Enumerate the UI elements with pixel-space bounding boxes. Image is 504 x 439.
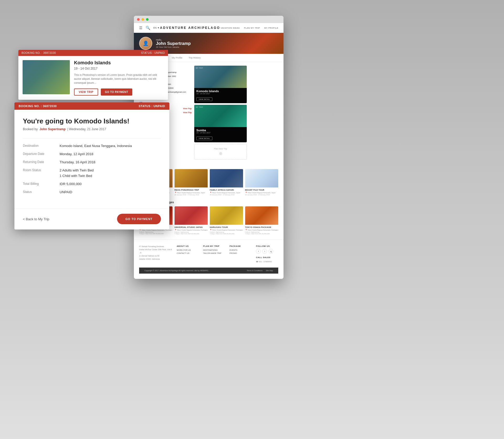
trip-komodo-title: Komodo Islands — [196, 90, 245, 93]
footer-terms-link[interactable]: Terms & Conditions — [247, 270, 263, 271]
footer-col-company: PT Bahati Primadiag Destinasi Graha Info… — [139, 245, 172, 263]
upcoming-africa-dates: 26 January 2018 - 3 February 2018 — [210, 194, 243, 196]
trip-card-komodo-info: Komodo Islands 19 - 14 Oct 2017 VIEW DET… — [194, 88, 247, 103]
nav-my-profile[interactable]: MY PROFILE — [264, 27, 278, 29]
nav-vacation-ideas[interactable]: VACATION IDEAS — [220, 27, 240, 29]
booking-small-title: Komodo Islands — [74, 60, 164, 66]
booking-card-footer: < Back to My Trip GO TO PAYMENT — [14, 208, 169, 229]
upcoming-africa-name: FAMILY AFRICA SAFARI — [210, 189, 243, 191]
footer-link-contact[interactable]: CONTACT US — [177, 252, 199, 254]
booking-small-dates: 19 - 14 Oct 2017 — [74, 67, 164, 70]
footer-link-events[interactable]: EVENTS — [230, 249, 252, 251]
footer-col-plan: PLAN MY TRIP DESTINATIONS TAILOR-MADE TR… — [203, 245, 225, 263]
upcoming-fuji-loc-text: Tokyo-Osaka-Nagoya-Kanazawa, Japan — [248, 192, 276, 194]
plan-new-trip-card[interactable]: Plan New Trip ⊕ — [194, 144, 247, 160]
pkg-harajuku: HARAJUKU TOUR 📍 Tokyo-Osaka-Nagoya-Kanaz… — [210, 206, 243, 236]
footer-link-destinations[interactable]: DESTINATIONS — [203, 249, 225, 251]
upcoming-ponorogo-location: 📍 Tokyo-Osaka-Nagoya-Kanazawa, Japan — [175, 192, 208, 194]
pkg-central-japan-duration: 7 Days / Start from IDR 25,000,000 — [139, 233, 172, 234]
pkg-tokyo-osaka-loc-text: Tokyo-Osaka-Nagoya-Kanazawa, Packages — [248, 229, 278, 231]
browser-minimize-button[interactable] — [141, 18, 144, 21]
browser-close-button[interactable] — [137, 18, 140, 21]
search-icon[interactable]: 🔍 — [146, 26, 150, 30]
detail-row-status: Status UNPAID — [23, 190, 161, 194]
social-links: f t ig — [256, 249, 278, 254]
site-logo: ADVENTURE ARCHIPELAGO — [160, 26, 220, 30]
detail-row-destination: Destination Komodo Island, East Nusa Ten… — [23, 144, 161, 148]
instagram-icon[interactable]: ig — [269, 249, 273, 254]
tab-my-profile[interactable]: My Profile — [172, 56, 182, 62]
hamburger-icon[interactable]: ☰ — [139, 26, 143, 30]
user-avatar: 👤 — [139, 37, 152, 50]
go-to-payment-button-large[interactable]: GO TO PAYMENT — [117, 214, 161, 224]
pkg-tokyo-osaka: TOKYO OSAKA PACKAGE 📍 Tokyo-Osaka-Nagoya… — [245, 206, 279, 236]
detail-value-billing: IDR 5,000,000 — [60, 182, 82, 186]
upcoming-trip-fuji-img — [245, 169, 279, 187]
detail-label-departure: Departure Date — [23, 152, 60, 156]
location-pin-icon-8: 📍 — [245, 229, 247, 231]
upcoming-trip-africa-info: FAMILY AFRICA SAFARI 📍 Tokyo-Osaka-Nagoy… — [210, 187, 243, 197]
trip-view-link-2[interactable]: View Trip — [183, 111, 192, 114]
pkg-tokyo-osaka-name: TOKYO OSAKA PACKAGE — [245, 226, 279, 228]
detail-value-room: 2 Adults with Twin Bed 1 Child with Twin… — [60, 168, 94, 178]
booking-large-number: BOOKING NO. : 36872030 — [19, 104, 57, 108]
view-trip-button[interactable]: VIEW TRIP — [74, 88, 98, 96]
pkg-tokyo-osaka-info: TOKYO OSAKA PACKAGE 📍 Tokyo-Osaka-Nagoya… — [245, 225, 279, 236]
footer-sitemap-link[interactable]: Site Map — [266, 270, 273, 271]
detail-label-returning: Returning Date — [23, 160, 60, 164]
booking-card-large: BOOKING NO. : 36872030 STATUS : UNPAID Y… — [14, 102, 169, 229]
booking-small-number: BOOKING NO. : 36872030 — [22, 51, 56, 54]
detail-value-status: UNPAID — [60, 190, 72, 194]
nav-plan-my-trip[interactable]: PLAN MY TRIP — [244, 27, 260, 29]
upcoming-ponorogo-loc-text: Tokyo-Osaka-Nagoya-Kanazawa, Japan — [177, 192, 205, 194]
detail-row-returning: Returning Date Thursday, 16 April 2018 — [23, 160, 161, 164]
trip-sumba-label: MY TRIP — [196, 106, 203, 108]
footer-link-tailormade[interactable]: TAILOR-MADE TRIP — [203, 252, 225, 254]
go-to-payment-button-small[interactable]: GO TO PAYMENT — [101, 88, 133, 96]
booked-by-prefix: Booked by — [23, 127, 38, 131]
plan-new-trip-text: Plan New Trip — [214, 148, 227, 150]
footer-col-package: PACKAGE EVENTS PROMO — [230, 245, 252, 263]
upcoming-trip-ponorogo-img — [175, 169, 208, 187]
pkg-universal-japan-info: UNIVERSAL STUDIO JAPAN 📍 Tokyo-Osaka-Nag… — [175, 225, 208, 236]
facebook-icon[interactable]: f — [256, 249, 261, 254]
upcoming-ponorogo-dates: 26 January 2018 - 3 February 2018 — [175, 194, 208, 196]
detail-value-room-sub: 1 Child with Twin Bed — [60, 174, 94, 178]
location-pin-icon-6: 📍 — [175, 229, 176, 231]
my-trip-section: MY TRIP Komodo Islands 19 - 14 Oct 2017 … — [194, 66, 247, 160]
booked-by-name: John Supertramp — [39, 127, 65, 131]
pkg-universal-japan-duration: 7 Days / Start from IDR 25,000,000 — [175, 233, 208, 234]
pkg-harajuku-name: HARAJUKU TOUR — [210, 226, 243, 228]
detail-label-room: Room Status — [23, 168, 60, 178]
footer-col-about: ABOUT US WORK FOR US CONTACT US — [177, 245, 199, 263]
avatar-icon: 👤 — [143, 40, 149, 46]
trip-sumba-detail-btn[interactable]: VIEW DETAIL — [196, 137, 212, 140]
tab-trip-history[interactable]: Trip History — [189, 56, 201, 62]
footer-copyright: Copyright © 2017. Adventure Archipelago … — [144, 270, 209, 271]
footer-bottom: Copyright © 2017. Adventure Archipelago … — [139, 268, 278, 274]
pkg-harajuku-loc-text: Tokyo-Osaka-Nagoya-Kanazawa, Packages — [212, 229, 243, 231]
booking-small-info: Komodo Islands 19 - 14 Oct 2017 This is … — [74, 60, 164, 96]
twitter-icon[interactable]: t — [262, 249, 267, 254]
trip-view-link-1[interactable]: View Trip — [183, 107, 192, 110]
footer-link-promo[interactable]: PROMO — [230, 252, 252, 254]
trip-card-komodo: MY TRIP Komodo Islands 19 - 14 Oct 2017 … — [194, 66, 247, 103]
booking-details-table: Destination Komodo Island, East Nusa Ten… — [23, 138, 161, 194]
upcoming-fuji-location: 📍 Tokyo-Osaka-Nagoya-Kanazawa, Japan — [245, 192, 279, 194]
location-pin-icon-2: 📍 — [175, 192, 176, 194]
nav-left: ☰ 🔍 EN ▼ — [139, 26, 160, 30]
browser-maximize-button[interactable] — [146, 18, 149, 21]
call-sales-number: ☎ 021 - 27889553 — [256, 260, 278, 263]
footer-package-title: PACKAGE — [230, 245, 252, 247]
back-to-trip-link[interactable]: < Back to My Trip — [23, 217, 49, 221]
pkg-harajuku-loc: 📍 Tokyo-Osaka-Nagoya-Kanazawa, Packages — [210, 229, 243, 231]
booking-large-status: STATUS : UNPAID — [139, 104, 165, 108]
language-selector[interactable]: EN ▼ — [153, 27, 160, 29]
hero-subtitle: 26 Year Old from Jakarta — [156, 46, 191, 48]
upcoming-fuji-name: MOUNT FUJI TOUR — [245, 189, 279, 191]
trip-komodo-detail-btn[interactable]: VIEW DETAIL — [196, 97, 212, 101]
footer-link-work[interactable]: WORK FOR US — [177, 249, 199, 251]
detail-label-status: Status — [23, 190, 60, 194]
pkg-universal-japan: UNIVERSAL STUDIO JAPAN 📍 Tokyo-Osaka-Nag… — [175, 206, 208, 236]
footer-plan-title: PLAN MY TRIP — [203, 245, 225, 247]
